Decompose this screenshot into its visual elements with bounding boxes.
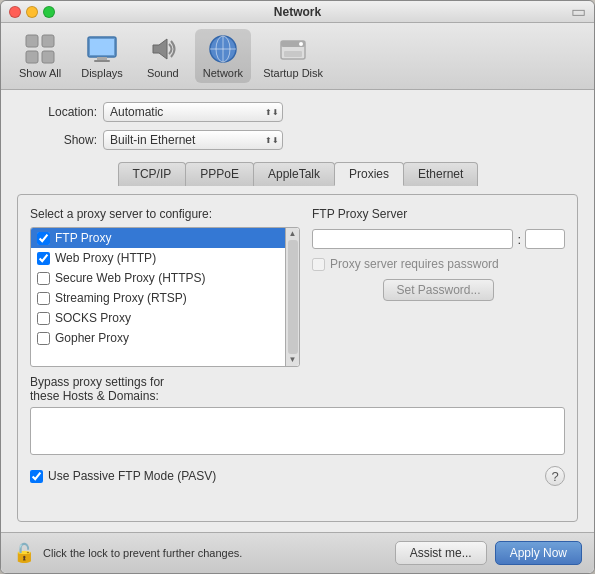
proxy-password-label: Proxy server requires password — [330, 257, 499, 271]
scrollbar-down-icon[interactable]: ▼ — [289, 356, 297, 364]
ftp-server-input[interactable] — [312, 229, 513, 249]
sound-icon — [147, 33, 179, 65]
location-select[interactable]: Automatic — [103, 102, 283, 122]
list-item[interactable]: FTP Proxy — [31, 228, 285, 248]
socks-proxy-label: SOCKS Proxy — [55, 311, 131, 325]
lock-icon[interactable]: 🔓 — [13, 542, 35, 564]
passive-ftp-row: Use Passive FTP Mode (PASV) — [30, 469, 216, 483]
displays-icon — [86, 33, 118, 65]
proxy-section: Select a proxy server to configure: FTP … — [30, 207, 565, 367]
assist-me-button[interactable]: Assist me... — [395, 541, 487, 565]
svg-rect-16 — [284, 51, 302, 57]
toolbar-network[interactable]: Network — [195, 29, 251, 83]
scrollbar-track — [288, 240, 298, 354]
socks-proxy-checkbox[interactable] — [37, 312, 50, 325]
tab-ethernet[interactable]: Ethernet — [403, 162, 478, 186]
svg-point-15 — [299, 42, 303, 46]
location-row: Location: Automatic — [17, 102, 578, 122]
streaming-proxy-label: Streaming Proxy (RTSP) — [55, 291, 187, 305]
show-all-icon — [24, 33, 56, 65]
proxy-select-title: Select a proxy server to configure: — [30, 207, 300, 221]
traffic-lights — [9, 6, 55, 18]
colon-separator: : — [517, 232, 521, 247]
tab-appletalk[interactable]: AppleTalk — [253, 162, 335, 186]
show-all-label: Show All — [19, 67, 61, 79]
svg-rect-6 — [97, 57, 107, 60]
set-password-button[interactable]: Set Password... — [383, 279, 493, 301]
gopher-proxy-label: Gopher Proxy — [55, 331, 129, 345]
show-select[interactable]: Built-in Ethernet — [103, 130, 283, 150]
tabs-bar: TCP/IP PPPoE AppleTalk Proxies Ethernet — [17, 162, 578, 186]
gopher-proxy-checkbox[interactable] — [37, 332, 50, 345]
toolbar-displays[interactable]: Displays — [73, 29, 131, 83]
proxies-panel: Select a proxy server to configure: FTP … — [17, 194, 578, 522]
ftp-server-area: FTP Proxy Server : Proxy server requires… — [312, 207, 565, 367]
web-proxy-checkbox[interactable] — [37, 252, 50, 265]
bypass-textarea[interactable] — [30, 407, 565, 455]
streaming-proxy-checkbox[interactable] — [37, 292, 50, 305]
help-icon[interactable]: ? — [545, 466, 565, 486]
toolbar-startup-disk[interactable]: Startup Disk — [255, 29, 331, 83]
startup-disk-label: Startup Disk — [263, 67, 323, 79]
show-row: Show: Built-in Ethernet — [17, 130, 578, 150]
svg-rect-5 — [90, 39, 114, 55]
svg-rect-7 — [94, 60, 110, 62]
bypass-area: Bypass proxy settings for these Hosts & … — [30, 375, 565, 458]
sound-label: Sound — [147, 67, 179, 79]
show-select-wrapper[interactable]: Built-in Ethernet — [103, 130, 283, 150]
proxy-list-area: Select a proxy server to configure: FTP … — [30, 207, 300, 367]
bottom-panel-row: Use Passive FTP Mode (PASV) ? — [30, 466, 565, 486]
bottom-bar: 🔓 Click the lock to prevent further chan… — [1, 532, 594, 573]
tab-proxies[interactable]: Proxies — [334, 162, 404, 186]
secure-proxy-label: Secure Web Proxy (HTTPS) — [55, 271, 205, 285]
proxy-list: FTP Proxy Web Proxy (HTTP) Secure Web Pr… — [30, 227, 300, 367]
toolbar-sound[interactable]: Sound — [135, 29, 191, 83]
toolbar: Show All Displays Sound — [1, 23, 594, 90]
maximize-button[interactable] — [43, 6, 55, 18]
ftp-port-input[interactable] — [525, 229, 565, 249]
resize-icon: ▭ — [571, 2, 586, 21]
proxy-password-checkbox[interactable] — [312, 258, 325, 271]
ftp-proxy-label: FTP Proxy — [55, 231, 111, 245]
list-item[interactable]: Streaming Proxy (RTSP) — [31, 288, 285, 308]
close-button[interactable] — [9, 6, 21, 18]
minimize-button[interactable] — [26, 6, 38, 18]
startup-disk-icon — [277, 33, 309, 65]
list-item[interactable]: SOCKS Proxy — [31, 308, 285, 328]
content-area: Location: Automatic Show: Built-in Ether… — [1, 90, 594, 532]
network-label: Network — [203, 67, 243, 79]
location-select-wrapper[interactable]: Automatic — [103, 102, 283, 122]
scrollbar-up-icon[interactable]: ▲ — [289, 230, 297, 238]
secure-proxy-checkbox[interactable] — [37, 272, 50, 285]
network-icon — [207, 33, 239, 65]
svg-marker-8 — [153, 39, 167, 59]
passive-ftp-checkbox[interactable] — [30, 470, 43, 483]
passive-ftp-label: Use Passive FTP Mode (PASV) — [48, 469, 216, 483]
ftp-server-title: FTP Proxy Server — [312, 207, 565, 221]
show-label: Show: — [17, 133, 97, 147]
main-window: Network ▭ Show All — [0, 0, 595, 574]
tab-pppoe[interactable]: PPPoE — [185, 162, 254, 186]
location-label: Location: — [17, 105, 97, 119]
web-proxy-label: Web Proxy (HTTP) — [55, 251, 156, 265]
apply-now-button[interactable]: Apply Now — [495, 541, 582, 565]
lock-text: Click the lock to prevent further change… — [43, 547, 387, 559]
proxy-list-inner: FTP Proxy Web Proxy (HTTP) Secure Web Pr… — [31, 228, 285, 366]
proxy-list-scrollbar[interactable]: ▲ ▼ — [285, 228, 299, 366]
displays-label: Displays — [81, 67, 123, 79]
list-item[interactable]: Gopher Proxy — [31, 328, 285, 348]
ftp-inputs: : — [312, 229, 565, 249]
toolbar-show-all[interactable]: Show All — [11, 29, 69, 83]
list-item[interactable]: Secure Web Proxy (HTTPS) — [31, 268, 285, 288]
proxy-password-row: Proxy server requires password — [312, 257, 565, 271]
ftp-proxy-checkbox[interactable] — [37, 232, 50, 245]
titlebar: Network ▭ — [1, 1, 594, 23]
window-title: Network — [274, 5, 321, 19]
list-item[interactable]: Web Proxy (HTTP) — [31, 248, 285, 268]
bypass-label: Bypass proxy settings for these Hosts & … — [30, 375, 565, 403]
tab-tcpip[interactable]: TCP/IP — [118, 162, 187, 186]
